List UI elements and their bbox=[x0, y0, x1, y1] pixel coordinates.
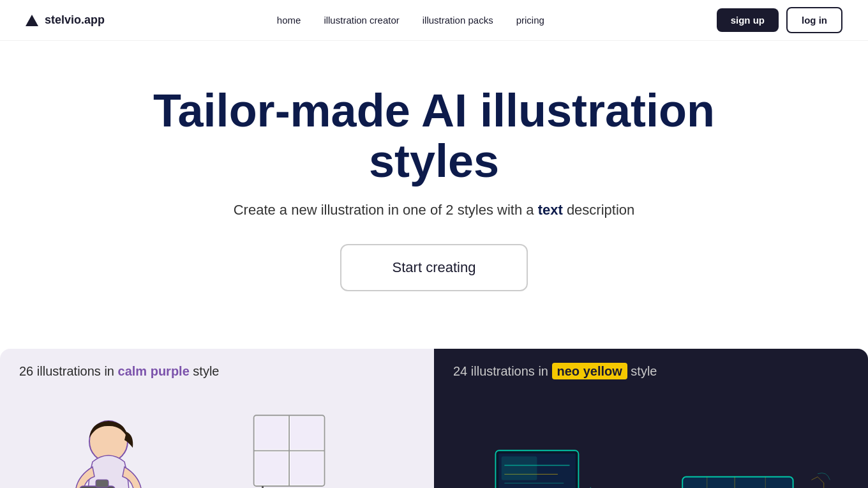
illustration-truck bbox=[670, 403, 836, 488]
pack-calm-purple-style: calm purple bbox=[118, 364, 190, 378]
svg-rect-11 bbox=[290, 416, 324, 450]
pack-neo-yellow-label: 24 illustrations in neo yellow style bbox=[453, 364, 657, 379]
hero-subtitle: Create a new illustration in one of 2 st… bbox=[26, 202, 842, 218]
hero-subtitle-highlight: text bbox=[538, 202, 563, 218]
packs-row: 26 illustrations in calm purple style bbox=[0, 349, 868, 488]
illustration-photographer bbox=[45, 403, 172, 488]
pack-calm-purple-label: 26 illustrations in calm purple style bbox=[19, 364, 219, 379]
navbar: stelvio.app home illustration creator il… bbox=[0, 0, 868, 41]
pack-purple-illustrations bbox=[0, 393, 434, 488]
illustration-laptop bbox=[466, 403, 632, 488]
svg-rect-35 bbox=[502, 457, 537, 480]
pack-neo-yellow-prefix: illustrations in bbox=[471, 364, 552, 378]
pack-neo-yellow-count: 24 bbox=[453, 364, 467, 378]
logo-text: stelvio.app bbox=[45, 13, 105, 27]
svg-rect-45 bbox=[682, 477, 793, 488]
pack-neo-yellow[interactable]: 24 illustrations in neo yellow style bbox=[434, 349, 868, 488]
svg-rect-13 bbox=[290, 452, 324, 485]
nav-links: home illustration creator illustration p… bbox=[277, 15, 544, 26]
nav-illustration-packs[interactable]: illustration packs bbox=[423, 15, 493, 26]
hero-title: Tailor-made AI illustration styles bbox=[147, 86, 721, 187]
pack-neo-yellow-suffix: style bbox=[631, 364, 657, 378]
signup-button[interactable]: sign up bbox=[717, 8, 779, 32]
nav-actions: sign up log in bbox=[717, 7, 842, 33]
logo-triangle-icon bbox=[26, 15, 38, 26]
logo[interactable]: stelvio.app bbox=[26, 13, 105, 27]
svg-rect-4 bbox=[96, 480, 108, 487]
pack-yellow-illustrations bbox=[434, 393, 868, 488]
nav-pricing[interactable]: pricing bbox=[516, 15, 544, 26]
svg-rect-12 bbox=[255, 452, 288, 485]
nav-illustration-creator[interactable]: illustration creator bbox=[324, 15, 399, 26]
login-button[interactable]: log in bbox=[786, 7, 842, 33]
pack-calm-purple-count: 26 bbox=[19, 364, 33, 378]
illustration-room bbox=[236, 403, 389, 488]
start-creating-button[interactable]: Start creating bbox=[340, 244, 528, 291]
hero-section: Tailor-made AI illustration styles Creat… bbox=[0, 41, 868, 323]
pack-neo-yellow-style: neo yellow bbox=[552, 363, 627, 379]
nav-home[interactable]: home bbox=[277, 15, 301, 26]
pack-calm-purple[interactable]: 26 illustrations in calm purple style bbox=[0, 349, 434, 488]
svg-rect-10 bbox=[255, 416, 288, 450]
pack-calm-purple-prefix: illustrations in bbox=[37, 364, 118, 378]
pack-calm-purple-suffix: style bbox=[193, 364, 219, 378]
